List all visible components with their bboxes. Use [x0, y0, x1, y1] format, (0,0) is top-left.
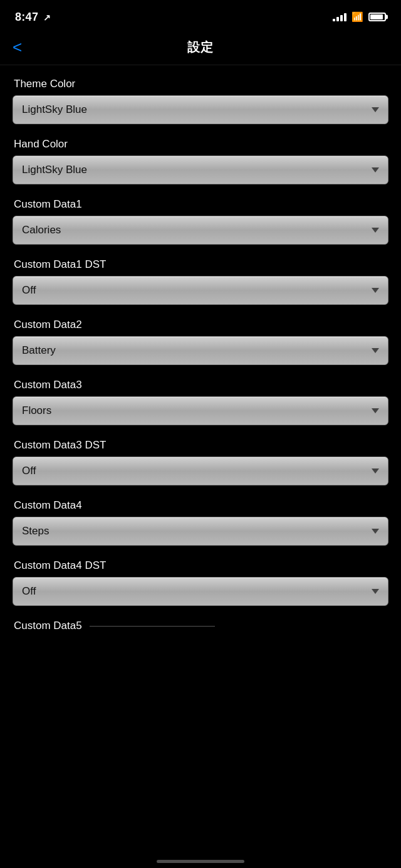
custom-data3-dst-label: Custom Data3 DST [13, 439, 388, 452]
custom-data1-label: Custom Data1 [13, 198, 388, 211]
page-title: 設定 [187, 39, 214, 56]
hand-color-chevron-down-icon [372, 167, 379, 172]
custom-data3-dst-value: Off [22, 465, 36, 477]
back-button[interactable]: < [13, 38, 22, 57]
custom-data5-label: Custom Data5 [13, 620, 388, 632]
nav-bar: < 設定 [0, 30, 401, 65]
custom-data4-dropdown[interactable]: Steps [13, 517, 388, 546]
custom-data2-label: Custom Data2 [13, 319, 388, 331]
custom-data3-dst-chevron-down-icon [372, 468, 379, 474]
wifi-icon: 📶 [352, 11, 363, 23]
theme-color-dropdown[interactable]: LightSky Blue [13, 95, 388, 124]
custom-data4-dst-value: Off [22, 585, 36, 598]
signal-bars-icon [333, 13, 346, 21]
custom-data3-group: Custom Data3 Floors [13, 379, 388, 425]
hand-color-group: Hand Color LightSky Blue [13, 138, 388, 184]
custom-data4-group: Custom Data4 Steps [13, 499, 388, 546]
custom-data5-group: Custom Data5 [13, 620, 388, 632]
custom-data1-group: Custom Data1 Calories [13, 198, 388, 245]
custom-data2-group: Custom Data2 Battery [13, 319, 388, 365]
custom-data1-dst-label: Custom Data1 DST [13, 258, 388, 271]
custom-data3-dst-dropdown[interactable]: Off [13, 457, 388, 485]
battery-icon [368, 13, 386, 21]
custom-data1-dropdown[interactable]: Calories [13, 216, 388, 245]
custom-data3-value: Floors [22, 405, 51, 417]
custom-data4-dst-label: Custom Data4 DST [13, 559, 388, 572]
custom-data2-value: Battery [22, 344, 56, 357]
settings-content: Theme Color LightSky Blue Hand Color Lig… [0, 65, 401, 671]
custom-data1-dst-chevron-down-icon [372, 288, 379, 293]
divider [90, 626, 215, 627]
theme-color-label: Theme Color [13, 78, 388, 90]
custom-data3-chevron-down-icon [372, 408, 379, 413]
status-time: 8:47 ↗ [15, 11, 51, 24]
custom-data3-label: Custom Data3 [13, 379, 388, 391]
custom-data1-dst-value: Off [22, 284, 36, 297]
home-indicator [157, 860, 244, 863]
hand-color-label: Hand Color [13, 138, 388, 151]
custom-data4-dst-group: Custom Data4 DST Off [13, 559, 388, 606]
custom-data2-dropdown[interactable]: Battery [13, 336, 388, 365]
custom-data4-dst-chevron-down-icon [372, 589, 379, 594]
custom-data1-value: Calories [22, 224, 61, 236]
custom-data1-dst-dropdown[interactable]: Off [13, 276, 388, 305]
custom-data1-dst-group: Custom Data1 DST Off [13, 258, 388, 305]
location-icon: ↗ [43, 13, 51, 23]
custom-data3-dropdown[interactable]: Floors [13, 396, 388, 425]
custom-data4-label: Custom Data4 [13, 499, 388, 512]
custom-data4-dst-dropdown[interactable]: Off [13, 577, 388, 606]
custom-data4-value: Steps [22, 525, 49, 537]
status-bar: 8:47 ↗ 📶 [0, 0, 401, 30]
hand-color-dropdown[interactable]: LightSky Blue [13, 156, 388, 184]
status-icons: 📶 [333, 11, 386, 23]
custom-data4-chevron-down-icon [372, 529, 379, 534]
theme-color-chevron-down-icon [372, 107, 379, 112]
custom-data2-chevron-down-icon [372, 348, 379, 353]
custom-data1-chevron-down-icon [372, 228, 379, 233]
theme-color-group: Theme Color LightSky Blue [13, 78, 388, 124]
custom-data3-dst-group: Custom Data3 DST Off [13, 439, 388, 485]
hand-color-value: LightSky Blue [22, 164, 87, 176]
theme-color-value: LightSky Blue [22, 103, 87, 116]
